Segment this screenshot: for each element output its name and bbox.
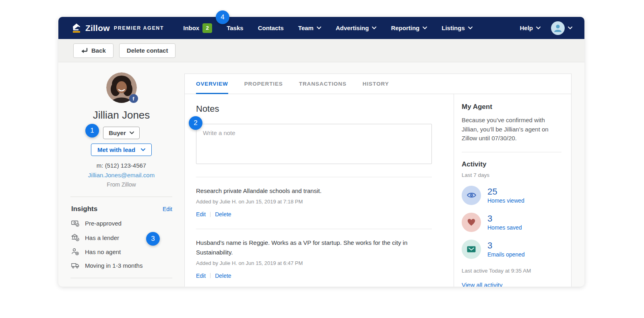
contact-email-link[interactable]: Jillian.Jones@email.com bbox=[58, 172, 184, 178]
facebook-icon: f bbox=[129, 94, 138, 103]
insight-moving-timeline: Moving in 1-3 months bbox=[71, 262, 172, 269]
annotation-badge-2: 2 bbox=[189, 116, 202, 130]
insights-title: Insights bbox=[71, 205, 97, 213]
nav-item-help[interactable]: Help bbox=[520, 25, 541, 31]
chevron-down-icon bbox=[536, 27, 541, 29]
note-text: Research private Allandale schools and t… bbox=[196, 186, 432, 195]
stat-emails-opened: 3 Emails opened bbox=[462, 240, 561, 259]
divider bbox=[210, 212, 211, 217]
contact-source: From Zillow bbox=[58, 181, 184, 188]
tab-properties[interactable]: PROPERTIES bbox=[244, 74, 283, 94]
brand-zillow-text: Zillow bbox=[85, 23, 110, 33]
chevron-down-icon bbox=[130, 131, 134, 134]
inbox-count-badge: 2 bbox=[202, 23, 212, 33]
annotation-badge-4: 4 bbox=[216, 10, 229, 24]
app-window: Zillow PREMIER AGENT Inbox 2 Tasks Conta… bbox=[58, 17, 584, 287]
brand-premier-agent-text: PREMIER AGENT bbox=[114, 25, 164, 31]
view-all-activity-link[interactable]: View all activity bbox=[462, 281, 561, 287]
insight-no-agent: Has no agent bbox=[71, 248, 172, 256]
envelope-icon bbox=[462, 240, 481, 259]
emails-opened-count: 3 bbox=[487, 240, 525, 250]
tab-bar: OVERVIEW PROPERTIES TRANSACTIONS HISTORY bbox=[185, 74, 571, 94]
person-x-icon bbox=[71, 248, 80, 256]
zillow-logo[interactable]: Zillow PREMIER AGENT bbox=[71, 23, 164, 33]
notes-panel: Notes Research private Allandale schools… bbox=[185, 94, 454, 287]
chevron-down-icon bbox=[468, 27, 473, 29]
eye-icon bbox=[462, 186, 481, 205]
chevron-down-icon bbox=[372, 27, 376, 29]
chevron-down-icon bbox=[141, 148, 145, 151]
content-area: f Jillian Jones Buyer Met with lead m: (… bbox=[58, 62, 584, 286]
chevron-down-icon bbox=[317, 27, 321, 29]
chevron-down-icon bbox=[568, 27, 572, 29]
homes-saved-count: 3 bbox=[487, 213, 522, 224]
return-arrow-icon bbox=[81, 47, 88, 53]
emails-opened-label[interactable]: Emails opened bbox=[487, 251, 525, 258]
note-meta: Added by Julie H. on Jun 15, 2019 at 6:4… bbox=[196, 260, 432, 266]
note-input[interactable] bbox=[196, 124, 432, 164]
my-agent-body: Because you’ve confirmed with Jillian, y… bbox=[462, 116, 561, 143]
insights-section: Insights Edit Pre-approved bbox=[58, 197, 184, 269]
stat-homes-viewed: 25 Homes viewed bbox=[462, 186, 561, 205]
homes-viewed-count: 25 bbox=[487, 187, 524, 197]
notes-title: Notes bbox=[196, 104, 432, 114]
user-avatar-icon bbox=[551, 21, 565, 35]
right-rail: My Agent Because you’ve confirmed with J… bbox=[454, 94, 571, 287]
nav-item-team[interactable]: Team bbox=[298, 25, 321, 31]
note-item: Research private Allandale schools and t… bbox=[196, 177, 432, 217]
note-edit-link[interactable]: Edit bbox=[196, 273, 206, 279]
insight-pre-approved: Pre-approved bbox=[71, 220, 172, 227]
insights-edit-link[interactable]: Edit bbox=[163, 206, 172, 212]
contact-toolbar: Back Delete contact bbox=[58, 39, 584, 62]
lead-status-dropdown[interactable]: Met with lead bbox=[91, 144, 152, 156]
nav-item-advertising[interactable]: Advertising bbox=[336, 25, 377, 31]
homes-saved-label[interactable]: Homes saved bbox=[487, 224, 522, 231]
zillow-house-icon bbox=[71, 23, 82, 33]
my-agent-title: My Agent bbox=[462, 103, 561, 111]
assignment-title: Assignment bbox=[71, 286, 110, 287]
contact-sidebar: f Jillian Jones Buyer Met with lead m: (… bbox=[58, 62, 184, 287]
zillow-premier-agent-contact-page: Zillow PREMIER AGENT Inbox 2 Tasks Conta… bbox=[0, 0, 644, 318]
contact-name: Jillian Jones bbox=[58, 109, 184, 121]
back-button[interactable]: Back bbox=[73, 43, 114, 58]
last-active-text: Last active Today at 9:35 AM bbox=[462, 268, 561, 274]
stat-homes-saved: 3 Homes saved bbox=[462, 213, 561, 232]
contact-type-dropdown[interactable]: Buyer bbox=[103, 127, 140, 139]
note-item: Husband’s name is Reggie. Works as a VP … bbox=[196, 229, 432, 279]
account-menu[interactable] bbox=[551, 21, 572, 35]
heart-icon bbox=[462, 213, 481, 232]
nav-item-contacts[interactable]: Contacts bbox=[258, 25, 284, 31]
contact-detail-card: OVERVIEW PROPERTIES TRANSACTIONS HISTORY… bbox=[184, 74, 572, 287]
nav-right: Help bbox=[520, 21, 572, 35]
activity-subtitle: Last 7 days bbox=[462, 172, 561, 178]
annotation-badge-1: 1 bbox=[85, 124, 99, 137]
nav-item-reporting[interactable]: Reporting bbox=[391, 25, 427, 31]
nav-menu: Inbox 2 Tasks Contacts Team Advertising … bbox=[183, 23, 473, 33]
chevron-down-icon bbox=[423, 27, 427, 29]
bank-check-icon bbox=[71, 234, 80, 242]
homes-viewed-label[interactable]: Homes viewed bbox=[487, 197, 524, 204]
nav-item-listings[interactable]: Listings bbox=[442, 25, 473, 31]
divider bbox=[210, 273, 211, 278]
assignment-section: Assignment Reassign Contact assigned to bbox=[58, 278, 184, 287]
divider bbox=[462, 152, 561, 152]
annotation-badge-3: 3 bbox=[146, 232, 160, 246]
delete-contact-button[interactable]: Delete contact bbox=[119, 43, 176, 58]
note-text: Husband’s name is Reggie. Works as a VP … bbox=[196, 238, 432, 257]
nav-item-inbox[interactable]: Inbox 2 bbox=[183, 23, 212, 33]
note-delete-link[interactable]: Delete bbox=[215, 211, 231, 217]
note-edit-link[interactable]: Edit bbox=[196, 211, 206, 217]
activity-title: Activity bbox=[462, 160, 561, 168]
nav-item-tasks[interactable]: Tasks bbox=[227, 25, 243, 31]
tab-transactions[interactable]: TRANSACTIONS bbox=[299, 74, 347, 94]
note-meta: Added by Julie H. on Jun 15, 2019 at 7:1… bbox=[196, 199, 432, 205]
money-check-icon bbox=[71, 220, 80, 227]
tab-overview[interactable]: OVERVIEW bbox=[196, 74, 228, 94]
tab-history[interactable]: HISTORY bbox=[363, 74, 389, 94]
truck-icon bbox=[71, 262, 80, 269]
contact-phone: m: (512) 123-4567 bbox=[58, 162, 184, 169]
top-nav: Zillow PREMIER AGENT Inbox 2 Tasks Conta… bbox=[58, 17, 584, 39]
note-delete-link[interactable]: Delete bbox=[215, 273, 231, 279]
